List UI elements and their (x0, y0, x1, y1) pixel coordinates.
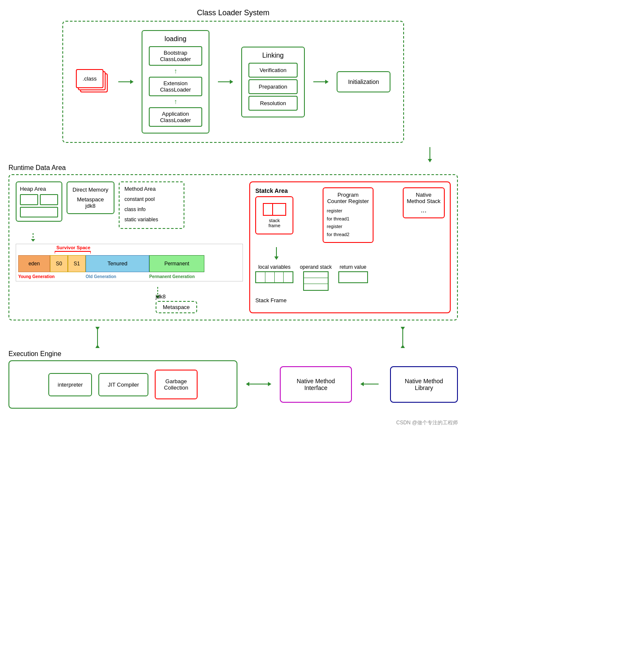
resolution-item: Resolution (248, 96, 298, 111)
linking-title: Linking (248, 52, 298, 59)
program-counter-box: ProgramCounter Register registerfor thre… (323, 187, 374, 243)
metaspace-label: Metaspace (163, 304, 190, 310)
svg-marker-8 (95, 345, 100, 348)
loading-box: loading BootstrapClassLoader ↑ Extension… (142, 30, 209, 134)
local-vars-col: local variables (255, 264, 293, 283)
stack-frame-sublabel: stackframe (268, 218, 280, 228)
permanent-cell: Permanent (149, 255, 204, 272)
extension-loader: ExtensionClassLoader (149, 77, 202, 96)
class-loader-outer: .class loading BootstrapClassLoader ↑ Ex… (62, 21, 404, 143)
initialization-box: Initialization (337, 71, 390, 92)
constant-pool: constant pool (125, 194, 178, 204)
jdk8-sub: jdk8 (72, 203, 109, 209)
perm-gen-label: Permanent Generation (149, 274, 195, 279)
runtime-section: Runtime Data Area Heap Area (8, 164, 458, 320)
svg-marker-6 (95, 327, 100, 330)
right-runtime: Statck Area stackframe ProgramCounter (249, 181, 451, 313)
arrow-to-linking (218, 81, 233, 82)
heap-cell-2 (40, 194, 58, 205)
svg-marker-14 (268, 382, 271, 386)
runtime-outer: Heap Area Direct Memory Metaspace jdk8 (8, 174, 458, 320)
direct-memory-title: Direct Memory (72, 187, 109, 193)
execution-row: interpreter JIT Compiler GarbageCollecti… (8, 360, 458, 409)
cls-to-runtime-arrow-area (8, 147, 458, 162)
linking-box: Linking Verification Preparation Resolut… (241, 47, 305, 117)
execution-section: Execution Engine interpreter JIT Compile… (8, 350, 458, 409)
native-method-interface-box: Native MethodInterface (280, 366, 352, 403)
garbage-collection-item: GarbageCollection (155, 370, 198, 399)
svg-marker-9 (401, 327, 405, 330)
heap-grid (20, 194, 58, 217)
s1-cell: S1 (68, 255, 86, 272)
nml-label: Native MethodLibrary (405, 378, 443, 391)
operand-stack-label: operand stack (300, 264, 332, 270)
arrow-up-2: ↑ (149, 98, 202, 106)
exec-to-nmi-arrow (246, 380, 271, 390)
class-info: class info (125, 204, 178, 214)
class-file-card-1: .class (76, 69, 103, 88)
old-gen-label: Old Generation (86, 274, 149, 279)
svg-marker-15 (360, 382, 364, 386)
execution-title: Execution Engine (8, 350, 458, 358)
program-counter-title: ProgramCounter Register (327, 192, 369, 204)
static-variables: static variables (125, 214, 178, 225)
double-arrow-right (399, 327, 407, 348)
survivor-space-label: Survivor Space (56, 245, 90, 250)
class-file-group: .class (76, 69, 108, 95)
class-loader-section: Class Loader System .class loading Boots… (8, 8, 458, 143)
program-counter-content: registerfor thread1registerfor thread2 (327, 207, 369, 239)
eden-cell: eden (18, 255, 50, 272)
gen-labels: Young Generation Old Generation Permanen… (18, 274, 240, 279)
return-value-label: return value (338, 264, 368, 270)
top-memory-row: Heap Area Direct Memory Metaspace jdk8 (16, 181, 243, 229)
method-area-items: constant pool class info static variable… (125, 194, 178, 225)
method-area-box: Method Area constant pool class info sta… (119, 181, 184, 229)
footer-text: CSDN @做个专注的工程师 (396, 420, 458, 426)
tenured-cell: Tenured (86, 255, 149, 272)
preparation-item: Preparation (248, 79, 298, 94)
stack-area-row: Statck Area stackframe ProgramCounter (255, 187, 445, 243)
native-method-stack-dots: ... (407, 206, 441, 214)
verification-item: Verification (248, 63, 298, 78)
runtime-title: Runtime Data Area (8, 164, 458, 172)
stack-frame-box: stackframe (255, 196, 293, 234)
nmi-label: Native MethodInterface (297, 378, 335, 391)
young-gen-label: Young Generation (18, 274, 86, 279)
direct-memory-box: Direct Memory Metaspace jdk8 (67, 181, 114, 214)
loading-title: loading (149, 35, 202, 43)
stack-area-label-col: Statck Area stackframe (255, 187, 293, 234)
initialization-label: Initialization (348, 78, 379, 85)
jdk8-label: jdk8 (156, 293, 243, 300)
interpreter-item: interpreter (48, 373, 92, 396)
local-vars-label: local variables (255, 264, 293, 270)
heap-to-bar-arrow (33, 233, 243, 239)
arrow-to-init (313, 81, 328, 82)
stack-area-title: Statck Area (255, 187, 293, 194)
stack-to-detail-arrow (255, 247, 445, 260)
heap-cell-1 (20, 194, 38, 205)
return-value-col: return value (338, 264, 368, 283)
class-loader-title: Class Loader System (8, 8, 458, 17)
s0-cell: S0 (50, 255, 68, 272)
arrow-to-loading (118, 81, 133, 82)
metaspace-box: Metaspace (156, 301, 197, 313)
stack-frame-inner-box (263, 203, 286, 216)
execution-engine-box: interpreter JIT Compiler GarbageCollecti… (8, 360, 237, 409)
native-method-stack-title: NativeMethod Stack (407, 192, 441, 204)
bootstrap-loader: BootstrapClassLoader (149, 46, 202, 66)
svg-marker-5 (274, 256, 279, 260)
svg-marker-11 (401, 345, 405, 348)
jit-compiler-item: JIT Compiler (98, 373, 148, 396)
down-arrow-cls (429, 147, 430, 162)
application-loader: ApplicationClassLoader (149, 107, 202, 127)
page-root: Class Loader System .class loading Boots… (8, 8, 458, 426)
footer: CSDN @做个专注的工程师 (8, 419, 458, 426)
native-method-stack-box: NativeMethod Stack ... (403, 187, 445, 218)
lib-to-nmi-arrow (360, 380, 382, 390)
metaspace-sub: Metaspace (72, 196, 109, 203)
return-value-inner (338, 271, 368, 283)
arrow-up-1: ↑ (149, 67, 202, 75)
stack-frame-detail-row: local variables operand stack (255, 264, 445, 291)
method-area-title: Method Area (125, 186, 178, 192)
operand-grid (303, 271, 329, 291)
